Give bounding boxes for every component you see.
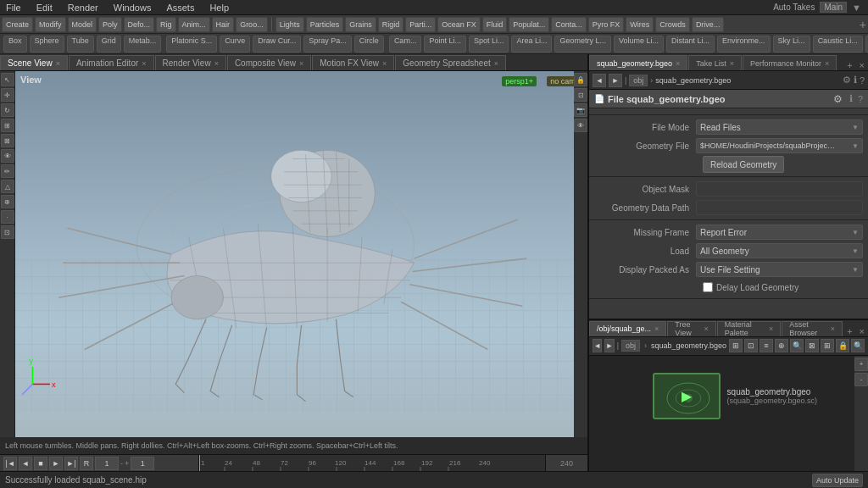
tl-start[interactable]: |◄ (3, 457, 17, 470)
menu-assets[interactable]: Assets (164, 3, 197, 13)
toolbar-populat[interactable]: Populat... (509, 17, 549, 32)
nc-back[interactable]: ◄ (593, 339, 602, 352)
tl-stop[interactable]: ■ (34, 457, 47, 470)
load-dropdown[interactable]: All Geometry ▼ (696, 243, 863, 258)
missing-frame-dropdown[interactable]: Report Error ▼ (696, 225, 863, 240)
toolbar-groo[interactable]: Groo... (236, 17, 268, 32)
shelf-metab[interactable]: Metab... (124, 36, 162, 53)
tl-realtime[interactable]: R (80, 457, 93, 470)
display-packed-dropdown[interactable]: Use File Setting ▼ (696, 262, 863, 277)
shelf-portal[interactable]: Portli Li... (865, 36, 868, 53)
tool-scale[interactable]: ⊞ (1, 119, 14, 132)
reload-btn[interactable]: Reload Geometry (703, 156, 784, 173)
tab-close-material[interactable]: × (769, 324, 773, 333)
tab-close-asset[interactable]: × (831, 324, 835, 333)
shelf-point-li[interactable]: Point Li... (424, 36, 466, 53)
toolbar-particles[interactable]: Particles (306, 17, 344, 32)
menu-render[interactable]: Render (65, 3, 101, 13)
rc-info-icon[interactable]: ℹ (854, 75, 857, 86)
shelf-tube[interactable]: Tube (67, 36, 94, 53)
shelf-sky-li[interactable]: Sky Li... (773, 36, 810, 53)
nc-icon7[interactable]: ⊞ (821, 339, 834, 352)
toolbar-lights[interactable]: Lights (275, 17, 304, 32)
nc-icon2[interactable]: ⊡ (744, 339, 758, 352)
nc-icon5[interactable]: 🔍 (790, 339, 804, 352)
nc-icon6[interactable]: ⊠ (805, 339, 819, 352)
shelf-vol-li[interactable]: Volume Li... (614, 36, 664, 53)
viewport-3d[interactable]: View persp1+ no cam+ (15, 71, 587, 437)
tab-close-comp[interactable]: × (299, 59, 303, 68)
shelf-circle[interactable]: Circle (354, 36, 384, 53)
timeline-ruler[interactable]: 1 24 48 72 96 120 144 168 192 216 240 (199, 455, 545, 472)
tab-close-squab[interactable]: × (676, 59, 680, 68)
toolbar-drive[interactable]: Drive... (692, 17, 725, 32)
nc-zoom[interactable]: 🔍 (851, 339, 865, 352)
tl-prev[interactable]: ◄ (19, 457, 32, 470)
node-canvas[interactable]: ▶ squab_geometry.bgeo (squab_geometry.bg… (589, 356, 868, 471)
tab-geo-spread[interactable]: Geometry Spreadsheet × (395, 55, 506, 70)
shelf-sphere[interactable]: Sphere (30, 36, 64, 53)
file-settings-icon[interactable]: ⚙ (833, 93, 843, 105)
node-thumbnail[interactable]: ▶ (653, 373, 721, 419)
menu-help[interactable]: Help (207, 3, 231, 13)
tab-perf-monitor[interactable]: Performance Monitor × (743, 55, 837, 70)
tl-frame-input[interactable] (95, 457, 119, 470)
tl-minus[interactable]: - (120, 459, 123, 468)
rc-settings-icon[interactable]: ⚙ (843, 75, 851, 86)
obj-mask-value[interactable] (696, 181, 863, 197)
shelf-box[interactable]: Box (3, 36, 27, 53)
rc-back[interactable]: ◄ (593, 74, 606, 87)
tool-view[interactable]: 👁 (1, 149, 14, 163)
vp-display-icon[interactable]: ⊡ (574, 88, 587, 102)
nc-icon1[interactable]: ⊞ (729, 339, 743, 352)
toolbar-pyro[interactable]: Pyro FX (588, 17, 625, 32)
tab-composite[interactable]: Composite View × (227, 55, 311, 70)
menu-file[interactable]: File (3, 3, 24, 13)
toolbar-poly[interactable]: Poly (98, 17, 122, 32)
tl-current-frame[interactable] (131, 457, 154, 470)
tab-close-perf[interactable]: × (825, 59, 829, 68)
tab-close-render[interactable]: × (214, 59, 219, 68)
shelf-dist-li[interactable]: Distant Li... (666, 36, 715, 53)
menu-windows[interactable]: Windows (111, 3, 154, 13)
shelf-curve[interactable]: Curve (220, 36, 250, 53)
shelf-platonic[interactable]: Platonic S... (166, 36, 217, 53)
toolbar-defo[interactable]: Defo... (124, 17, 155, 32)
auto-update-btn[interactable]: Auto Update (812, 474, 863, 487)
right-tabs-close[interactable]: × (856, 60, 868, 70)
tl-plus[interactable]: + (125, 459, 129, 468)
tab-scene-view[interactable]: Scene View × (0, 55, 68, 70)
toolbar-grains[interactable]: Grains (345, 17, 376, 32)
toolbar-rig[interactable]: Rig (156, 17, 176, 32)
rc-fwd[interactable]: ► (609, 74, 622, 87)
shelf-env[interactable]: Environme... (717, 36, 771, 53)
tab-close-take[interactable]: × (730, 59, 734, 68)
tool-geo[interactable]: △ (1, 180, 14, 193)
toolbar-modify[interactable]: Modify (35, 17, 66, 32)
toolbar-plus[interactable]: + (860, 18, 866, 31)
node-tabs-plus[interactable]: + (843, 326, 855, 336)
toolbar-fluid[interactable]: Fluid (482, 17, 508, 32)
toolbar-ocean[interactable]: Ocean FX (437, 17, 481, 32)
tab-material-palette[interactable]: Material Palette × (717, 321, 781, 336)
toolbar-crowds[interactable]: Crowds (655, 17, 690, 32)
toolbar-model[interactable]: Model (68, 17, 97, 32)
node-tool-1[interactable]: + (854, 358, 868, 371)
tab-take-list[interactable]: Take List × (688, 55, 742, 70)
tab-squab-geo[interactable]: squab_geometry.bgeo × (589, 55, 687, 70)
toolbar-hair[interactable]: Hair (212, 17, 235, 32)
tool-move[interactable]: ✛ (1, 88, 14, 102)
node-tool-2[interactable]: - (854, 373, 868, 386)
right-tabs-plus[interactable]: + (843, 60, 855, 70)
tab-close-motion[interactable]: × (382, 59, 387, 68)
tab-anim-editor[interactable]: Animation Editor × (69, 55, 154, 70)
node-play-icon[interactable]: ▶ (682, 388, 692, 404)
tab-close-geo[interactable]: × (494, 59, 498, 68)
file-mode-dropdown[interactable]: Read Files ▼ (696, 119, 863, 135)
menu-edit[interactable]: Edit (34, 3, 55, 13)
shelf-spot-li[interactable]: Spot Li... (469, 36, 509, 53)
shelf-draw-cur[interactable]: Draw Cur... (253, 36, 301, 53)
rc-help-icon[interactable]: ? (860, 75, 865, 86)
nc-fwd[interactable]: ► (604, 339, 614, 352)
geo-path-value[interactable] (696, 200, 863, 215)
